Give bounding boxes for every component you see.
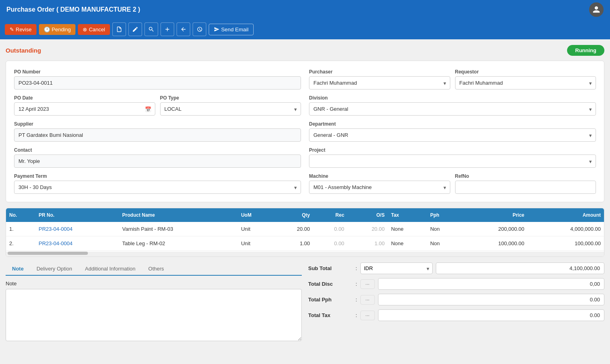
page-title: Purchase Order ( DEMO MANUFACTURE 2 ) — [6, 6, 140, 13]
cell-price: 100,000.00 — [460, 236, 528, 251]
search-icon-button[interactable] — [144, 22, 158, 36]
outstanding-label: Outstanding — [6, 47, 41, 54]
table-row[interactable]: 1. PR23-04-0004 Varnish Paint - RM-03 Un… — [6, 222, 604, 236]
user-avatar[interactable] — [589, 2, 604, 17]
cancel-button[interactable]: ⊗ Cancel — [78, 24, 110, 35]
cell-no: 1. — [6, 222, 35, 236]
tab-additional-information[interactable]: Additional Information — [79, 262, 142, 276]
po-date-input[interactable] — [14, 102, 155, 116]
contact-label: Contact — [14, 147, 301, 153]
division-select[interactable]: GNR - General — [309, 102, 596, 116]
table-scrollbar[interactable] — [6, 252, 604, 256]
payment-term-select-wrapper: 30H - 30 Days — [14, 181, 301, 194]
col-pr-no: PR No. — [35, 208, 119, 222]
tax-dots-button[interactable]: ··· — [360, 311, 375, 320]
edit-icon-button[interactable] — [128, 22, 142, 36]
total-tax-label: Total Tax — [308, 312, 352, 318]
machine-select-wrapper: M01 - Assembly Machine — [309, 181, 450, 194]
tab-delivery-option[interactable]: Delivery Option — [30, 262, 79, 276]
pph-dots-button[interactable]: ··· — [360, 295, 375, 305]
subtotal-label: Sub Total — [308, 265, 352, 271]
cell-pr-no: PR23-04-0004 — [35, 222, 119, 236]
department-select-wrapper: General - GNR — [309, 128, 596, 142]
cell-uom: Unit — [238, 222, 273, 236]
cell-tax: None — [388, 222, 427, 236]
purchase-order-table: No. PR No. Product Name UoM Qty Rec O/S … — [6, 208, 604, 251]
total-tax-row: Total Tax : ··· 0.00 — [308, 309, 604, 321]
cell-pr-no: PR23-04-0004 — [35, 236, 119, 251]
po-type-field: PO Type LOCAL — [160, 95, 301, 116]
contact-input[interactable] — [14, 155, 301, 168]
doc-icon-button[interactable] — [112, 22, 126, 36]
toolbar: ✎ Revise 🕐 Pending ⊗ Cancel Send Email — [0, 19, 610, 39]
cell-qty: 20.00 — [273, 222, 313, 236]
tab-note[interactable]: Note — [6, 262, 30, 276]
send-email-button[interactable]: Send Email — [209, 24, 254, 35]
project-select-wrapper — [309, 155, 596, 168]
project-select[interactable] — [309, 155, 596, 168]
col-uom: UoM — [238, 208, 273, 222]
supplier-input[interactable] — [14, 128, 301, 142]
machine-select[interactable]: M01 - Assembly Machine — [309, 181, 450, 194]
contact-field: Contact — [14, 147, 301, 168]
total-disc-label: Total Disc — [308, 281, 352, 287]
department-field: Department General - GNR — [309, 121, 596, 142]
col-qty: Qty — [273, 208, 313, 222]
machine-field: Machine M01 - Assembly Machine — [309, 173, 450, 194]
cell-uom: Unit — [238, 236, 273, 251]
calendar-icon[interactable]: 📅 — [145, 106, 151, 112]
cancel-icon: ⊗ — [83, 26, 87, 33]
col-price: Price — [460, 208, 528, 222]
division-field: Division GNR - General — [309, 95, 596, 116]
total-tax-value: 0.00 — [378, 309, 604, 321]
add-icon-button[interactable] — [161, 22, 174, 36]
revise-button[interactable]: ✎ Revise — [5, 24, 37, 35]
currency-select[interactable]: IDR — [360, 262, 433, 274]
clock-icon-button[interactable] — [193, 22, 206, 36]
purchaser-field: Purchaser Fachri Muhammad — [309, 69, 450, 89]
total-disc-row: Total Disc : ··· 0,00 — [308, 278, 604, 290]
project-label: Project — [309, 147, 596, 153]
table-row[interactable]: 2. PR23-04-0004 Table Leg - RM-02 Unit 1… — [6, 236, 604, 251]
cell-product-name: Varnish Paint - RM-03 — [119, 222, 238, 236]
refno-input[interactable] — [455, 181, 596, 194]
tab-bar: Note Delivery Option Additional Informat… — [6, 262, 302, 276]
form-left: PO Number PO Date 📅 PO Type — [14, 69, 301, 194]
po-number-input[interactable] — [14, 76, 301, 89]
tab-others[interactable]: Others — [142, 262, 171, 276]
project-field: Project — [309, 147, 596, 168]
disc-dots-button[interactable]: ··· — [360, 279, 375, 289]
purchaser-select[interactable]: Fachri Muhammad — [309, 76, 450, 89]
note-section: Note Delivery Option Additional Informat… — [6, 262, 302, 342]
supplier-field: Supplier — [14, 121, 301, 142]
note-textarea[interactable] — [6, 289, 302, 341]
section-header: Outstanding Running — [6, 45, 604, 56]
cell-os: 20.00 — [348, 222, 388, 236]
revise-icon: ✎ — [10, 26, 14, 33]
table-header-row: No. PR No. Product Name UoM Qty Rec O/S … — [6, 208, 604, 222]
subtotal-row: Sub Total : IDR 4,100,000.00 — [308, 262, 604, 274]
refno-field: RefNo — [455, 173, 596, 194]
requestor-select-wrapper: Fachri Muhammad — [455, 76, 596, 89]
po-number-label: PO Number — [14, 69, 301, 75]
refno-label: RefNo — [455, 173, 596, 179]
main-content: Outstanding Running PO Number PO Date 📅 — [0, 39, 610, 348]
bottom-section: Note Delivery Option Additional Informat… — [6, 262, 604, 342]
payment-term-select[interactable]: 30H - 30 Days — [14, 181, 301, 194]
pending-button[interactable]: 🕐 Pending — [39, 24, 76, 35]
po-date-label: PO Date — [14, 95, 155, 101]
cell-os: 1.00 — [348, 236, 388, 251]
requestor-select[interactable]: Fachri Muhammad — [455, 76, 596, 89]
requestor-label: Requestor — [455, 69, 596, 75]
cell-amount: 100,000.00 — [528, 236, 604, 251]
back-icon-button[interactable] — [177, 22, 190, 36]
subtotal-value: 4,100,000.00 — [436, 262, 604, 274]
cell-product-name: Table Leg - RM-02 — [119, 236, 238, 251]
col-pph: Pph — [427, 208, 460, 222]
total-pph-row: Total Pph : ··· 0.00 — [308, 294, 604, 305]
col-amount: Amount — [528, 208, 604, 222]
po-type-select-wrapper: LOCAL — [160, 102, 301, 116]
po-type-select[interactable]: LOCAL — [160, 102, 301, 116]
header: Purchase Order ( DEMO MANUFACTURE 2 ) — [0, 0, 610, 19]
department-select[interactable]: General - GNR — [309, 128, 596, 142]
